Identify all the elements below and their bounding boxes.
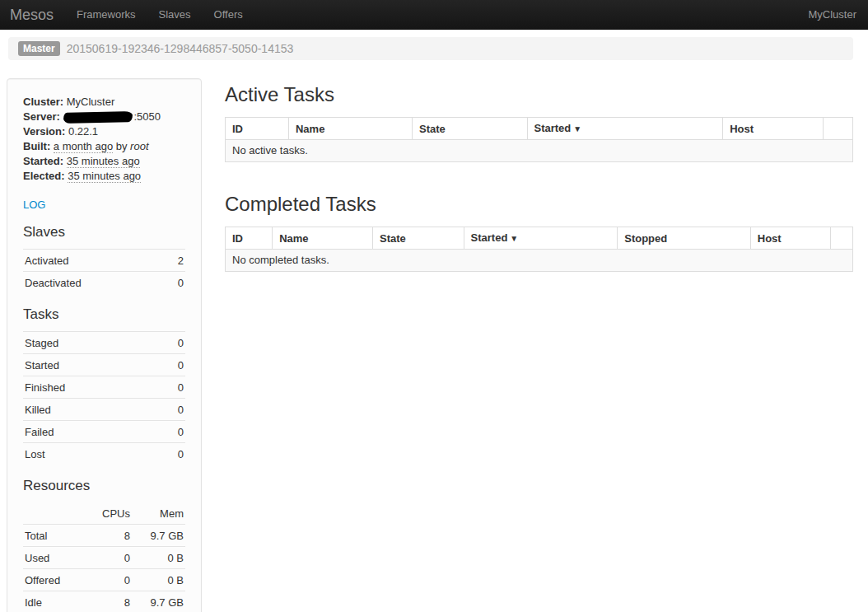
tasks-table: Staged 0 Started 0 Finished 0 Killed 0 F…: [23, 331, 185, 465]
resources-offered-cpus: 0: [88, 569, 132, 591]
table-row: Deactivated 0: [23, 272, 185, 294]
resources-total-mem: 9.7 GB: [132, 525, 185, 547]
table-row: Killed 0: [23, 399, 185, 421]
completed-tasks-title: Completed Tasks: [225, 192, 853, 217]
table-row: Activated 2: [23, 250, 185, 272]
column-header-stopped[interactable]: Stopped: [618, 227, 751, 250]
tasks-killed-value: 0: [157, 399, 185, 421]
tasks-killed-label: Killed: [23, 399, 157, 421]
column-header-host[interactable]: Host: [750, 227, 831, 250]
tasks-started-label: Started: [23, 354, 157, 376]
sort-desc-icon: ▼: [510, 234, 518, 243]
slaves-activated-value: 2: [164, 250, 185, 272]
built-time: a month ago: [54, 140, 113, 153]
tasks-finished-label: Finished: [23, 376, 157, 399]
cluster-value: MyCluster: [67, 96, 115, 108]
elected-label: Elected:: [23, 170, 65, 182]
slaves-activated-label: Activated: [23, 250, 164, 272]
nav-item-frameworks[interactable]: Frameworks: [65, 0, 147, 30]
resources-idle-label: Idle: [23, 591, 88, 612]
sort-desc-icon: ▼: [573, 124, 581, 133]
started-label: Started:: [23, 155, 63, 167]
tasks-failed-value: 0: [157, 421, 185, 443]
column-header-state[interactable]: State: [413, 118, 527, 140]
resources-used-mem: 0 B: [132, 547, 185, 569]
column-header-host[interactable]: Host: [723, 118, 824, 140]
slaves-deactivated-value: 0: [164, 272, 185, 294]
table-row: Offered 0 0 B: [23, 569, 185, 591]
cluster-label: Cluster:: [23, 96, 63, 108]
resources-table: CPUs Mem Total 8 9.7 GB Used 0 0 B Offer…: [23, 502, 185, 612]
built-connector: by: [116, 140, 128, 152]
master-id: 20150619-192346-1298446857-5050-14153: [67, 42, 294, 55]
nav-item-offers[interactable]: Offers: [203, 0, 254, 30]
column-header-actions: [824, 118, 853, 140]
version-info-line: Version: 0.22.1: [23, 124, 185, 139]
started-info-line: Started: 35 minutes ago: [23, 154, 185, 169]
tasks-started-value: 0: [157, 354, 185, 376]
elected-time: 35 minutes ago: [68, 170, 141, 183]
tasks-staged-value: 0: [157, 332, 185, 354]
completed-tasks-empty-message: No completed tasks.: [226, 250, 853, 272]
server-info-line: Server: :5050: [23, 110, 185, 124]
resources-header-row: CPUs Mem: [23, 502, 185, 525]
column-header-started[interactable]: Started▼: [527, 118, 723, 140]
tasks-failed-label: Failed: [23, 421, 157, 443]
content-row: Cluster: MyCluster Server: :5050 Version…: [7, 78, 853, 612]
column-header-id[interactable]: ID: [226, 227, 273, 250]
column-header-state[interactable]: State: [373, 227, 464, 250]
column-header-started[interactable]: Started▼: [464, 227, 618, 250]
slaves-table: Activated 2 Deactivated 0: [23, 249, 185, 293]
active-tasks-header-row: ID Name State Started▼ Host: [226, 118, 853, 140]
completed-tasks-section: Completed Tasks ID Name State Started▼ S…: [225, 192, 853, 272]
column-header-name[interactable]: Name: [288, 118, 412, 140]
version-value: 0.22.1: [68, 125, 98, 138]
slaves-deactivated-label: Deactivated: [23, 272, 164, 294]
resources-idle-mem: 9.7 GB: [132, 591, 185, 612]
tasks-staged-label: Staged: [23, 332, 157, 354]
navbar-cluster-name: MyCluster: [808, 8, 868, 21]
tasks-finished-value: 0: [157, 376, 185, 399]
built-user: root: [130, 140, 148, 152]
active-tasks-title: Active Tasks: [225, 82, 853, 107]
resources-idle-cpus: 8: [88, 591, 132, 612]
active-tasks-empty-message: No active tasks.: [226, 140, 853, 162]
master-badge: Master: [18, 41, 60, 56]
resources-used-label: Used: [23, 547, 88, 569]
brand-mesos[interactable]: Mesos: [0, 0, 65, 30]
resources-mem-header: Mem: [132, 502, 185, 525]
built-info-line: Built: a month ago by root: [23, 139, 185, 154]
log-link[interactable]: LOG: [23, 199, 45, 211]
built-label: Built:: [23, 140, 50, 152]
master-id-bar: Master 20150619-192346-1298446857-5050-1…: [8, 37, 853, 60]
resources-used-cpus: 0: [88, 547, 132, 569]
table-row: Idle 8 9.7 GB: [23, 591, 185, 612]
table-row: Used 0 0 B: [23, 547, 185, 569]
nav-item-slaves[interactable]: Slaves: [147, 0, 203, 30]
table-row: Total 8 9.7 GB: [23, 525, 185, 547]
table-row: No active tasks.: [226, 140, 853, 162]
server-port: :5050: [133, 110, 161, 123]
resources-total-cpus: 8: [88, 525, 132, 547]
column-header-started-label: Started: [471, 231, 508, 244]
resources-cpus-header: CPUs: [88, 502, 132, 525]
sidebar-panel: Cluster: MyCluster Server: :5050 Version…: [7, 78, 202, 612]
table-row: Staged 0: [23, 332, 185, 354]
table-row: No completed tasks.: [226, 250, 853, 272]
column-header-name[interactable]: Name: [273, 227, 373, 250]
version-label: Version:: [23, 125, 65, 138]
resources-empty-header: [23, 502, 88, 525]
cluster-info-line: Cluster: MyCluster: [23, 95, 185, 110]
column-header-id[interactable]: ID: [226, 118, 289, 140]
column-header-actions: [831, 227, 853, 250]
completed-tasks-table: ID Name State Started▼ Stopped Host No c…: [225, 227, 853, 272]
table-row: Failed 0: [23, 421, 185, 443]
table-row: Started 0: [23, 354, 185, 376]
started-time: 35 minutes ago: [67, 155, 140, 168]
completed-tasks-header-row: ID Name State Started▼ Stopped Host: [226, 227, 853, 250]
elected-info-line: Elected: 35 minutes ago: [23, 169, 185, 184]
redaction-scribble: [63, 111, 133, 124]
resources-offered-mem: 0 B: [132, 569, 185, 591]
tasks-lost-value: 0: [157, 443, 185, 465]
resources-offered-label: Offered: [23, 569, 88, 591]
